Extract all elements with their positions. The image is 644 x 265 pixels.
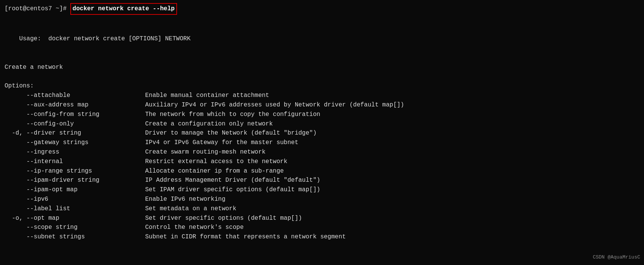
option-row: --label list Set metadata on a network [5, 204, 639, 214]
option-row: -o, --opt map Set driver specific option… [5, 214, 639, 223]
prompt-line: [root@centos7 ~]# docker network create … [5, 3, 639, 15]
option-desc: The network from which to copy the confi… [145, 110, 320, 119]
option-desc: Allocate container ip from a sub-range [145, 167, 284, 176]
option-flag: --config-only [5, 119, 145, 129]
description-line: Create a network [5, 63, 639, 72]
option-flag: --config-from string [5, 110, 145, 119]
option-row: --scope string Control the network's sco… [5, 223, 639, 232]
watermark: CSDN @AquaMriusC [593, 254, 640, 261]
option-desc: Enable manual container attachment [145, 91, 269, 100]
option-desc: Driver to manage the Network (default "b… [145, 129, 316, 138]
option-flag: --label list [5, 204, 145, 214]
option-desc: Restrict external access to the network [145, 157, 287, 167]
option-row: --subnet strings Subnet in CIDR format t… [5, 232, 639, 242]
option-desc: Set metadata on a network [145, 204, 236, 214]
option-desc: Control the network's scope [145, 223, 244, 232]
option-desc: Create swarm routing-mesh network [145, 148, 266, 157]
option-row: --config-from string The network from wh… [5, 110, 639, 119]
option-row: --gateway strings IPv4 or IPv6 Gateway f… [5, 138, 639, 148]
option-flag: --attachable [5, 91, 145, 100]
command-highlight: docker network create --help [70, 3, 177, 15]
prompt-text: [root@centos7 ~]# [5, 4, 70, 14]
option-desc: Set IPAM driver specific options (defaul… [145, 185, 320, 195]
option-desc: IPv4 or IPv6 Gateway for the master subn… [145, 138, 298, 148]
option-flag: --ip-range strings [5, 167, 145, 176]
option-row: --internal Restrict external access to t… [5, 157, 639, 167]
empty-line-3 [5, 72, 639, 82]
option-flag: --ipam-opt map [5, 185, 145, 195]
option-flag: --scope string [5, 223, 145, 232]
option-desc: Set driver specific options (default map… [145, 214, 302, 223]
option-flag: -o, --opt map [5, 214, 145, 223]
empty-line-1 [5, 16, 639, 25]
usage-label: Usage: [19, 35, 41, 42]
usage-cmd: docker network create [OPTIONS] NETWORK [41, 35, 191, 42]
option-row: --ipam-opt map Set IPAM driver specific … [5, 185, 639, 195]
option-row: --ipv6 Enable IPv6 networking [5, 195, 639, 204]
option-flag: -d, --driver string [5, 129, 145, 138]
option-desc: IP Address Management Driver (default "d… [145, 176, 320, 185]
option-row: --aux-address map Auxiliary IPv4 or IPv6… [5, 100, 639, 110]
empty-line-2 [5, 53, 639, 63]
option-row: --attachable Enable manual container att… [5, 91, 639, 100]
option-desc: Subnet in CIDR format that represents a … [145, 232, 346, 242]
option-flag: --aux-address map [5, 100, 145, 110]
option-row: --ip-range strings Allocate container ip… [5, 167, 639, 176]
option-row: --ipam-driver string IP Address Manageme… [5, 176, 639, 185]
option-row: -d, --driver string Driver to manage the… [5, 129, 639, 138]
option-flag: --ingress [5, 148, 145, 157]
option-row: --config-only Create a configuration onl… [5, 119, 639, 129]
option-row: --ingress Create swarm routing-mesh netw… [5, 148, 639, 157]
usage-line: Usage: docker network create [OPTIONS] N… [5, 25, 639, 53]
options-header: Options: [5, 81, 639, 91]
option-desc: Create a configuration only network [145, 119, 273, 129]
option-flag: --gateway strings [5, 138, 145, 148]
option-desc: Auxiliary IPv4 or IPv6 addresses used by… [145, 100, 404, 110]
option-flag: --subnet strings [5, 232, 145, 242]
option-desc: Enable IPv6 networking [145, 195, 225, 204]
option-flag: --internal [5, 157, 145, 167]
option-flag: --ipv6 [5, 195, 145, 204]
options-table: --attachable Enable manual container att… [5, 91, 639, 242]
option-flag: --ipam-driver string [5, 176, 145, 185]
terminal: [root@centos7 ~]# docker network create … [5, 3, 639, 242]
